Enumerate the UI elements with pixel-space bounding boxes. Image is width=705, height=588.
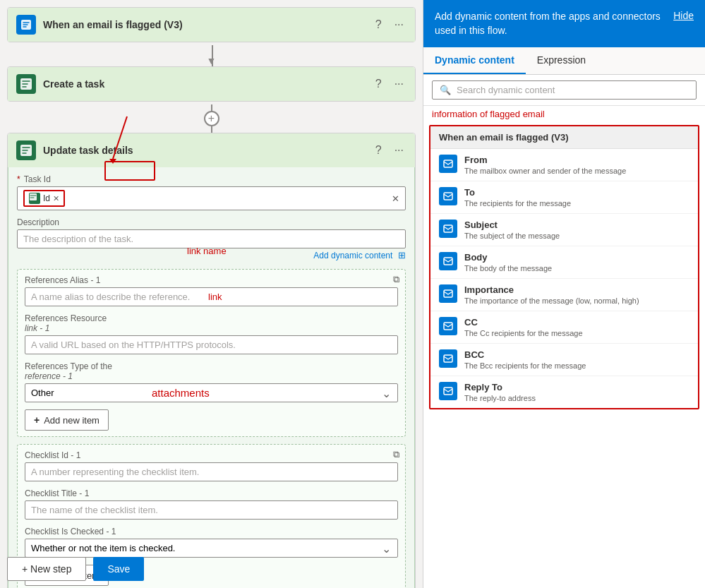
connector-2: + [7, 104, 416, 133]
update-task-actions: ? ··· [373, 143, 406, 158]
svg-rect-13 [444, 388, 452, 395]
references-section: ⧉ References Alias - 1 References Resour… [17, 269, 406, 437]
panel-header: Add dynamic content from the apps and co… [423, 0, 705, 47]
create-task-card: Create a task ? ··· [7, 66, 416, 102]
trigger-card-icon [16, 15, 36, 35]
update-task-help-btn[interactable]: ? [373, 143, 385, 158]
tag-close-btn[interactable]: ✕ [53, 194, 59, 203]
dynamic-content-icon: ⊞ [398, 250, 406, 260]
from-text: From The mailbox owner and sender of the… [464, 155, 626, 175]
tab-dynamic-content[interactable]: Dynamic content [423, 47, 526, 74]
references-type-label: References Type of the reference - 1 [25, 361, 398, 381]
create-task-more-btn[interactable]: ··· [392, 76, 406, 92]
to-text: To The recipients for the message [464, 187, 571, 208]
to-title: To [464, 187, 571, 198]
references-alias-label: References Alias - 1 [25, 275, 398, 285]
dynamic-item-reply-to[interactable]: Reply To The reply-to address [430, 376, 698, 408]
description-field: Description Add dynamic content ⊞ [17, 217, 406, 262]
add-dynamic-content-link[interactable]: Add dynamic content [313, 251, 392, 260]
dynamic-item-importance[interactable]: Importance The importance of the message… [430, 279, 698, 311]
references-resource-input[interactable] [25, 335, 398, 354]
update-task-more-btn[interactable]: ··· [392, 143, 406, 158]
from-title: From [464, 155, 626, 165]
arrow-down-1: ▼ [207, 55, 217, 66]
search-input[interactable] [457, 85, 689, 95]
references-type-select-wrapper: Other Link Document [25, 383, 398, 402]
trigger-card-header: When an email is flagged (V3) ? ··· [8, 8, 415, 42]
trigger-help-btn[interactable]: ? [373, 17, 385, 32]
svg-rect-11 [444, 323, 452, 330]
references-alias-field: References Alias - 1 [25, 275, 398, 306]
references-resource-label: References Resource link - 1 [25, 313, 398, 333]
required-star: * [17, 174, 20, 184]
body-text: Body The body of the message [464, 252, 552, 272]
task-id-clear-btn[interactable]: ✕ [392, 193, 399, 204]
svg-rect-3 [30, 193, 37, 200]
bcc-icon [439, 349, 457, 368]
task-id-input-wrapper[interactable]: Id ✕ ✕ [17, 186, 406, 210]
panel-content: information of flagged email When an ema… [423, 106, 705, 588]
svg-rect-8 [444, 225, 452, 232]
svg-rect-12 [444, 355, 452, 362]
trigger-more-btn[interactable]: ··· [392, 17, 406, 32]
update-task-title: Update task details [43, 145, 366, 156]
update-task-body: * Task Id Id ✕ ✕ [8, 167, 415, 588]
tag-planner-icon [29, 193, 40, 204]
dynamic-content-panel: Add dynamic content from the apps and co… [423, 0, 705, 588]
dynamic-item-from[interactable]: From The mailbox owner and sender of the… [430, 149, 698, 181]
from-desc: The mailbox owner and sender of the mess… [464, 167, 626, 175]
checklist-id-input[interactable] [25, 462, 398, 481]
dynamic-item-subject[interactable]: Subject The subject of the message [430, 214, 698, 246]
reply-to-text: Reply To The reply-to address [464, 382, 536, 402]
bottom-bar: + New step Save [0, 550, 423, 588]
update-task-card: Update task details ? ··· * Task Id [7, 133, 416, 588]
checklist-title-label: Checklist Title - 1 [25, 488, 398, 498]
cc-desc: The Cc recipients for the message [464, 329, 583, 337]
dynamic-item-cc[interactable]: CC The Cc recipients for the message [430, 311, 698, 344]
trigger-card: When an email is flagged (V3) ? ··· [7, 7, 416, 42]
dynamic-group-header: When an email is flagged (V3) [430, 126, 698, 149]
references-alias-input[interactable] [25, 287, 398, 306]
checklist-checked-label: Checklist Is Checked - 1 [25, 527, 398, 536]
checklist-title-input[interactable] [25, 500, 398, 520]
description-input[interactable] [17, 229, 406, 248]
checklist-id-field: Checklist Id - 1 [25, 450, 398, 481]
references-type-field: References Type of the reference - 1 Oth… [25, 361, 398, 402]
checklist-title-field: Checklist Title - 1 [25, 488, 398, 520]
add-step-circle[interactable]: + [204, 111, 219, 126]
create-task-icon [16, 74, 36, 94]
new-step-btn[interactable]: + New step [7, 557, 86, 581]
save-btn[interactable]: Save [93, 557, 144, 581]
panel-tabs: Dynamic content Expression [423, 47, 705, 75]
create-task-header: Create a task ? ··· [8, 67, 415, 101]
create-task-help-btn[interactable]: ? [373, 76, 385, 92]
description-label: Description [17, 217, 406, 227]
svg-rect-10 [444, 290, 452, 297]
references-type-select[interactable]: Other Link Document [25, 383, 398, 402]
subject-text: Subject The subject of the message [464, 220, 560, 240]
update-task-header: Update task details ? ··· [8, 133, 415, 167]
tab-expression[interactable]: Expression [526, 47, 597, 74]
cc-icon [439, 317, 457, 335]
checklist-copy-btn[interactable]: ⧉ [393, 449, 399, 460]
importance-icon [439, 284, 457, 303]
cc-title: CC [464, 317, 583, 328]
hide-panel-btn[interactable]: Hide [673, 10, 694, 21]
svg-rect-6 [444, 160, 452, 167]
create-task-title: Create a task [43, 78, 366, 90]
references-copy-btn[interactable]: ⧉ [393, 274, 399, 285]
panel-header-text: Add dynamic content from the apps and co… [435, 10, 666, 37]
dynamic-item-body[interactable]: Body The body of the message [430, 246, 698, 279]
importance-text: Importance The importance of the message… [464, 284, 639, 305]
main-canvas: When an email is flagged (V3) ? ··· ▼ Cr… [0, 0, 423, 588]
dynamic-item-to[interactable]: To The recipients for the message [430, 181, 698, 214]
to-icon [439, 187, 457, 205]
search-icon: 🔍 [440, 85, 451, 95]
task-id-field: * Task Id Id ✕ ✕ [17, 174, 406, 210]
dynamic-item-bcc[interactable]: BCC The Bcc recipients for the message [430, 344, 698, 376]
bcc-desc: The Bcc recipients for the message [464, 361, 586, 370]
bcc-text: BCC The Bcc recipients for the message [464, 349, 586, 370]
create-task-actions: ? ··· [373, 76, 406, 92]
body-title: Body [464, 252, 552, 263]
references-add-item-btn[interactable]: + Add new item [25, 409, 109, 431]
